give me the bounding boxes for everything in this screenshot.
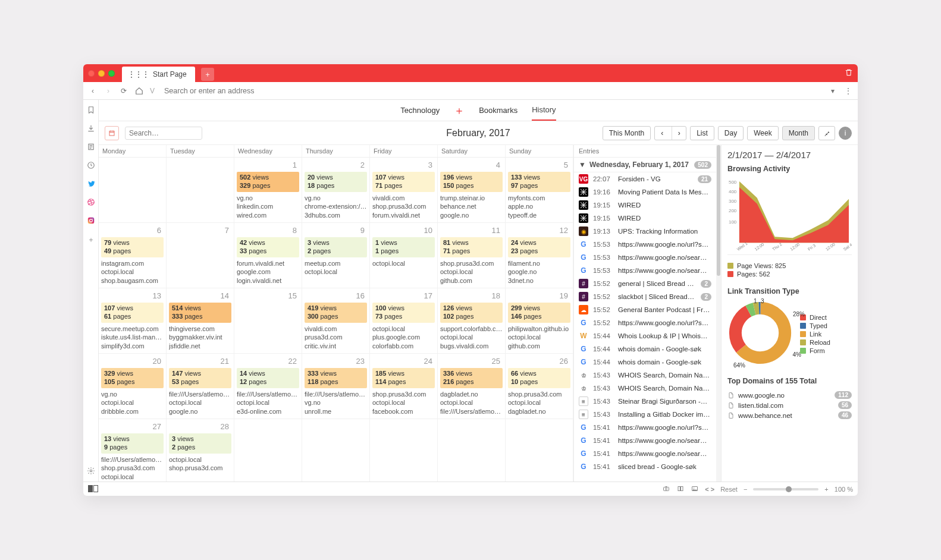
panel-toggle-icon[interactable] xyxy=(88,485,98,493)
back-button[interactable]: ‹ xyxy=(88,87,98,95)
zoom-in[interactable]: + xyxy=(824,486,828,493)
calendar-cell[interactable] xyxy=(370,419,438,482)
history-entry[interactable]: #15:52general | Sliced Bread Sla…2 xyxy=(574,277,716,290)
address-bar[interactable] xyxy=(161,84,822,97)
history-entry[interactable]: W15:44Whois Lookup & IP | Whois… xyxy=(574,329,716,342)
calendar-cell[interactable]: 21147 views53 pagesfile:///Users/atlemo/… xyxy=(167,354,234,419)
instagram-icon[interactable] xyxy=(87,216,95,226)
history-entry[interactable]: ♔15:43WHOIS Search, Domain Na… xyxy=(574,369,716,382)
history-entry[interactable]: VG22:07Forsiden - VG21 xyxy=(574,172,716,185)
calendar-cell[interactable] xyxy=(234,419,302,482)
capture-icon[interactable] xyxy=(662,485,670,493)
entries-day-header[interactable]: ▼ Wednesday, February 1, 2017 502 xyxy=(574,158,716,172)
history-entry[interactable]: G15:41https://www.google.no/sear… xyxy=(574,447,716,460)
download-icon[interactable] xyxy=(87,124,95,134)
dropdown-icon[interactable]: ▾ xyxy=(828,87,838,95)
dribbble-icon[interactable] xyxy=(87,198,95,208)
history-entry[interactable]: 19:15WIRED xyxy=(574,212,716,225)
history-entry[interactable]: G15:44whois domain - Google-søk xyxy=(574,342,716,355)
top-domain-row[interactable]: www.behance.net46 xyxy=(727,410,852,420)
calendar-cell[interactable]: 24185 views114 pagesshop.prusa3d.comocto… xyxy=(370,354,438,419)
prev-month-button[interactable]: ‹ xyxy=(655,127,669,140)
calendar-cell[interactable] xyxy=(302,419,370,482)
calendar-cell[interactable]: 19299 views146 pagesphilipwalton.github.… xyxy=(506,288,573,354)
history-entry[interactable]: ≡15:43Steinar Bragi Sigurðarson -… xyxy=(574,395,716,408)
history-entry[interactable]: G15:53https://www.google.no/sear… xyxy=(574,264,716,277)
calendar-cell[interactable]: 5133 views97 pagesmyfonts.comapple.notyp… xyxy=(506,158,573,223)
calendar-cell[interactable]: 7 xyxy=(167,223,234,288)
history-entry[interactable]: G15:53https://www.google.no/url?s… xyxy=(574,238,716,251)
twitter-icon[interactable] xyxy=(87,180,95,190)
calendar-cell[interactable]: 220 views18 pagesvg.nochrome-extension:/… xyxy=(302,158,370,223)
history-entry[interactable]: G15:44whois domain - Google-søk xyxy=(574,355,716,369)
history-entry[interactable]: ◉19:13UPS: Tracking Information xyxy=(574,225,716,238)
calendar-cell[interactable]: 20329 views105 pagesvg.nooctopi.localdri… xyxy=(99,354,167,419)
calendar-cell[interactable] xyxy=(99,158,167,223)
view-week[interactable]: Week xyxy=(747,126,778,140)
calendar-cell[interactable]: 3107 views71 pagesvivaldi.comshop.prusa3… xyxy=(370,158,438,223)
zoom-slider[interactable] xyxy=(753,488,818,490)
trash-icon[interactable] xyxy=(845,68,853,78)
tile-icon[interactable] xyxy=(676,485,685,493)
history-entry[interactable]: ☁15:52General Banter Podcast | Fr… xyxy=(574,303,716,316)
calendar-cell[interactable]: 2666 views10 pagesshop.prusa3d.comoctopi… xyxy=(506,354,573,419)
calendar-cell[interactable]: 283 views2 pagesoctopi.localshop.prusa3d… xyxy=(167,419,234,482)
view-month[interactable]: Month xyxy=(782,126,815,140)
calendar-cell[interactable]: 2214 views12 pagesfile:///Users/atlemo/D… xyxy=(234,354,302,419)
top-domain-row[interactable]: listen.tidal.com56 xyxy=(727,400,852,410)
calendar-cell[interactable]: 2713 views9 pagesfile:///Users/atlemo/D…… xyxy=(99,419,167,482)
close-window[interactable] xyxy=(88,70,95,77)
calendar-cell[interactable]: 17100 views73 pagesoctopi.localplus.goog… xyxy=(370,288,438,354)
history-entry[interactable]: G15:41sliced bread - Google-søk xyxy=(574,460,716,473)
nav-technology[interactable]: Technology xyxy=(400,100,440,120)
menu-button[interactable]: ⋮ xyxy=(843,87,853,95)
calendar-cell[interactable]: 4196 views150 pagestrump.steinar.iobehan… xyxy=(438,158,506,223)
entries-scrollbar[interactable] xyxy=(716,145,721,482)
calendar-cell[interactable]: 14514 views333 pagesthingiverse.combyggm… xyxy=(167,288,234,354)
reload-button[interactable]: ⟳ xyxy=(119,87,128,95)
calendar-cell[interactable]: 25336 views216 pagesdagbladet.nooctopi.l… xyxy=(438,354,506,419)
history-entry[interactable]: G15:41https://www.google.no/sear… xyxy=(574,434,716,447)
this-month-button[interactable]: This Month xyxy=(603,126,651,140)
calendar-cell[interactable]: 1502 views329 pagesvg.nolinkedin.comwire… xyxy=(234,158,302,223)
nav-bookmarks[interactable]: Bookmarks xyxy=(479,100,517,120)
history-entry[interactable]: G15:53https://www.google.no/sear… xyxy=(574,251,716,264)
notes-icon[interactable] xyxy=(87,143,95,153)
tab-start-page[interactable]: ⋮⋮⋮ Start Page xyxy=(122,67,195,82)
history-entry[interactable]: G15:52https://www.google.no/url?s… xyxy=(574,316,716,329)
zoom-reset[interactable]: Reset xyxy=(720,486,738,493)
top-domain-row[interactable]: www.google.no112 xyxy=(727,390,852,400)
add-panel-icon[interactable]: ＋ xyxy=(87,235,95,245)
history-icon[interactable] xyxy=(87,161,95,171)
pin-button[interactable] xyxy=(818,126,835,140)
image-icon[interactable] xyxy=(691,485,699,493)
view-list[interactable]: List xyxy=(690,126,714,140)
calendar-cell[interactable] xyxy=(438,419,506,482)
view-day[interactable]: Day xyxy=(718,126,744,140)
calendar-cell[interactable]: 13107 views61 pagessecure.meetup.comisku… xyxy=(99,288,167,354)
calendar-cell[interactable]: 15 xyxy=(234,288,302,354)
nav-history[interactable]: History xyxy=(532,100,556,121)
history-entry[interactable]: ≡15:43Installing a Gitlab Docker im… xyxy=(574,408,716,421)
calendar-cell[interactable]: 1181 views71 pagesshop.prusa3d.comoctopi… xyxy=(438,223,506,288)
history-entry[interactable]: 19:15WIRED xyxy=(574,199,716,212)
bookmark-icon[interactable] xyxy=(87,106,95,116)
minimize-window[interactable] xyxy=(98,70,105,77)
home-button[interactable] xyxy=(134,87,144,95)
calendar-cell[interactable]: 16419 views300 pagesvivaldi.comprusa3d.c… xyxy=(302,288,370,354)
forward-button[interactable]: › xyxy=(103,87,113,95)
history-entry[interactable]: #15:52slackbot | Sliced Bread S…2 xyxy=(574,290,716,303)
history-entry[interactable]: ♔15:43WHOIS Search, Domain Na… xyxy=(574,382,716,395)
calendar-cell[interactable]: 842 views33 pagesforum.vivaldi.netgoogle… xyxy=(234,223,302,288)
zoom-window[interactable] xyxy=(108,70,115,77)
calendar-cell[interactable]: 93 views2 pagesmeetup.comoctopi.local xyxy=(302,223,370,288)
calendar-cell[interactable]: 1224 views23 pagesfilament.nogoogle.no3d… xyxy=(506,223,573,288)
calendar-cell[interactable]: 101 views1 pagesoctopi.local xyxy=(370,223,438,288)
calendar-cell[interactable]: 679 views49 pagesinstagram.comoctopi.loc… xyxy=(99,223,167,288)
next-month-button[interactable]: › xyxy=(672,127,686,140)
calendar-cell[interactable] xyxy=(167,158,234,223)
history-entry[interactable]: 19:16Moving Patient Data Is Mes… xyxy=(574,185,716,199)
calendar-cell[interactable]: 18126 views102 pagessupport.colorfabb.co… xyxy=(438,288,506,354)
calendar-cell[interactable] xyxy=(506,419,573,482)
zoom-out[interactable]: − xyxy=(744,486,747,493)
